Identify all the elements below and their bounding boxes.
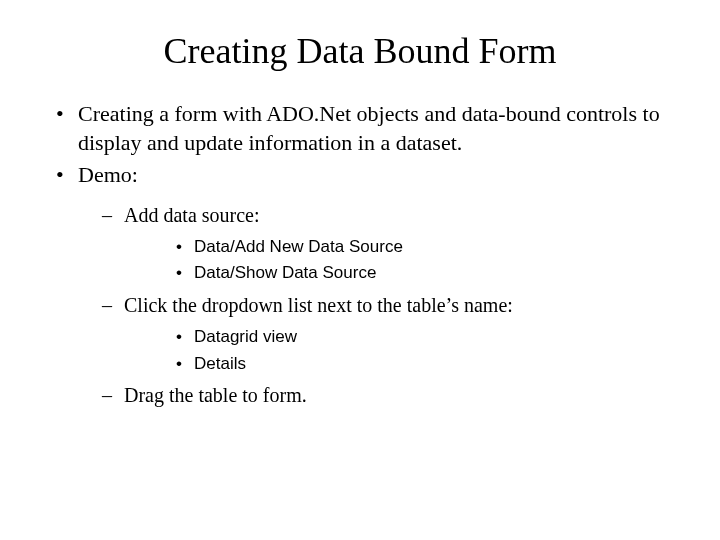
bullet-item: Datagrid view [124,325,670,350]
bullet-text: Click the dropdown list next to the tabl… [124,294,513,316]
bullet-item: Drag the table to form. [78,382,670,409]
bullet-item: Data/Show Data Source [124,261,670,286]
bullet-item: Add data source: Data/Add New Data Sourc… [78,202,670,286]
bullet-item: Creating a form with ADO.Net objects and… [50,100,670,157]
bullet-item: Click the dropdown list next to the tabl… [78,292,670,376]
bullet-item: Demo: Add data source: Data/Add New Data… [50,161,670,409]
bullet-list-level1: Creating a form with ADO.Net objects and… [50,100,670,409]
bullet-list-level2: Add data source: Data/Add New Data Sourc… [78,202,670,410]
bullet-item: Data/Add New Data Source [124,235,670,260]
bullet-text: Demo: [78,162,138,187]
slide-title: Creating Data Bound Form [50,30,670,72]
bullet-list-level3: Data/Add New Data Source Data/Show Data … [124,235,670,286]
bullet-text: Add data source: [124,204,260,226]
bullet-item: Details [124,352,670,377]
bullet-list-level3: Datagrid view Details [124,325,670,376]
